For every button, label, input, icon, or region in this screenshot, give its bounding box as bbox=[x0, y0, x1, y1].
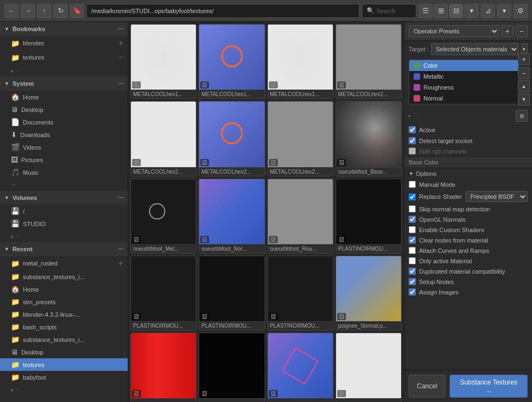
file-item[interactable]: 🖼... bbox=[130, 333, 196, 402]
metal-rusted-expand[interactable]: + bbox=[118, 258, 123, 268]
back-button[interactable]: ← bbox=[4, 4, 19, 18]
view-grid-button[interactable]: ⊞ bbox=[434, 4, 448, 18]
volumes-section-header[interactable]: ▼ Volumes ··· bbox=[0, 191, 128, 205]
file-item[interactable]: 🖼METALCOOLhex2... bbox=[130, 101, 196, 176]
enable-custom-checkbox[interactable] bbox=[409, 226, 416, 233]
sidebar-item-videos[interactable]: 🎬 Videos bbox=[0, 141, 128, 153]
blendes-add-icon[interactable]: + bbox=[118, 38, 123, 48]
file-item[interactable]: 🖼oueurbbfoot_Rou... bbox=[267, 179, 333, 253]
channel-color[interactable]: Color bbox=[409, 60, 518, 71]
view-menu-button[interactable]: ▾ bbox=[464, 4, 479, 18]
file-item[interactable]: 🖼METALCOOLhex1... bbox=[199, 24, 265, 99]
sidebar-item-blender[interactable]: 📁 blender-4.3.2-linux-... bbox=[0, 308, 128, 321]
bookmark-button[interactable]: 🔖 bbox=[70, 4, 84, 18]
path-bar[interactable]: /media/kosmin/STUDI...ops/babyfoot/textu… bbox=[86, 4, 360, 18]
detect-target-checkbox[interactable] bbox=[409, 137, 416, 144]
skip-normal-checkbox[interactable] bbox=[409, 205, 416, 212]
file-item[interactable]: 🖼... bbox=[199, 333, 265, 402]
target-select[interactable]: Selected Objects materials bbox=[431, 43, 519, 55]
recent-section-header[interactable]: ▼ Recent ··· bbox=[0, 242, 128, 256]
sidebar-item-music[interactable]: 🎵 Music bbox=[0, 166, 128, 179]
sidebar-item-home[interactable]: 🏠 Home bbox=[0, 91, 128, 103]
sidebar-item-downloads[interactable]: ⬇ Downloads bbox=[0, 128, 128, 141]
file-item[interactable]: 🖼METALCOOLhex2... bbox=[336, 24, 402, 99]
preset-menu-button[interactable]: − bbox=[516, 25, 528, 37]
recent-expand[interactable]: ▸ ··· bbox=[0, 383, 128, 395]
file-item[interactable]: 🖼PLASTINOIRMOU... bbox=[267, 256, 333, 330]
file-item[interactable]: 🖼METALCOOLhex1... bbox=[130, 24, 196, 99]
forward-button[interactable]: → bbox=[21, 4, 35, 18]
channel-normal[interactable]: Normal bbox=[409, 93, 518, 104]
duplicated-compat-checkbox[interactable] bbox=[409, 268, 416, 275]
sidebar-item-textures[interactable]: 📁 textures − bbox=[0, 50, 128, 64]
sidebar-item-documents[interactable]: 📄 Documents bbox=[0, 116, 128, 128]
view-large-button[interactable]: ⊟ bbox=[449, 4, 463, 18]
filter-button[interactable]: ⊿ bbox=[481, 4, 495, 18]
sidebar-item-textures2[interactable]: 📁 textures bbox=[0, 358, 128, 371]
channel-roughness[interactable]: Roughness bbox=[409, 82, 518, 93]
view-list-button[interactable]: ☰ bbox=[419, 4, 433, 18]
channel-up-button[interactable]: ▲ bbox=[518, 80, 530, 92]
preset-add-button[interactable]: + bbox=[501, 25, 513, 37]
file-item[interactable]: 🖼poignee_Normal.p... bbox=[336, 256, 402, 330]
setup-nodes-checkbox[interactable] bbox=[409, 278, 416, 285]
options-header[interactable]: ▼ Options bbox=[409, 168, 528, 179]
replace-shader-checkbox[interactable] bbox=[409, 193, 416, 200]
operator-presets-select[interactable]: Operator Presets bbox=[409, 25, 499, 37]
active-checkbox[interactable] bbox=[409, 126, 416, 133]
shader-select[interactable]: Principled BSDF bbox=[465, 191, 528, 202]
bookmarks-dots2: ··· bbox=[16, 66, 20, 75]
settings-button[interactable]: ⚙ bbox=[513, 4, 528, 18]
file-item[interactable]: 🖼METALCOOLhex2... bbox=[199, 101, 265, 176]
substance-textures-button[interactable]: Substance Textures ... bbox=[450, 375, 528, 398]
file-item[interactable]: 🖼oueurbbfoot_Base... bbox=[336, 101, 402, 176]
file-item[interactable]: 🖼... bbox=[336, 333, 402, 402]
sidebar-item-studio[interactable]: 💾 STUDIO bbox=[0, 217, 128, 230]
sidebar-item-desktop[interactable]: 🖥 Desktop bbox=[0, 103, 128, 116]
sidebar-item-stm[interactable]: 📁 stm_presets bbox=[0, 295, 128, 308]
search-box[interactable]: 🔍 Search bbox=[362, 4, 416, 18]
split-rgb-checkbox[interactable] bbox=[409, 147, 416, 155]
assign-images-checkbox[interactable] bbox=[409, 288, 416, 295]
channel-add-button[interactable]: + bbox=[518, 53, 530, 65]
sidebar-item-metal-rusted[interactable]: 📁 metal_rusted + bbox=[0, 256, 128, 270]
sidebar-item-pictures[interactable]: 🖼 Pictures bbox=[0, 153, 128, 166]
file-item[interactable]: 🖼METALCOOLhex2... bbox=[267, 101, 333, 176]
refresh-button[interactable]: ↻ bbox=[53, 4, 68, 18]
file-item[interactable]: 🖼METALCOOLhex1... bbox=[267, 24, 333, 99]
sidebar-item-blendes[interactable]: 📁 blendes + bbox=[0, 36, 128, 50]
sidebar-item-substance1[interactable]: 📁 substance_textures_i... bbox=[0, 270, 128, 283]
file-item[interactable]: 🖼PLASTINOIRMOU... bbox=[130, 256, 196, 330]
manual-mode-checkbox[interactable] bbox=[409, 181, 416, 188]
sidebar-item-substance2[interactable]: 📁 substance_textures_i... bbox=[0, 333, 128, 346]
system-section-header[interactable]: ▼ System ··· bbox=[0, 76, 128, 91]
file-item[interactable]: 🖼PLASTINOIRMOU... bbox=[199, 256, 265, 330]
channel-down-button[interactable]: ▼ bbox=[518, 93, 530, 105]
volumes-expand[interactable]: ▸ ··· bbox=[0, 230, 128, 242]
sidebar-item-root[interactable]: 💾 / bbox=[0, 205, 128, 217]
sidebar-item-desktop2[interactable]: 🖥 Desktop bbox=[0, 346, 128, 358]
cancel-button[interactable]: Cancel bbox=[409, 375, 445, 398]
textures-minus-icon[interactable]: − bbox=[118, 52, 123, 62]
attach-curves-checkbox[interactable] bbox=[409, 247, 416, 254]
system-expand[interactable]: ··· bbox=[0, 179, 128, 191]
file-item[interactable]: 🖼oueurbbfoot_Nor... bbox=[199, 179, 265, 253]
clear-nodes-checkbox[interactable] bbox=[409, 237, 416, 244]
file-item[interactable]: 🖼oueurbbfoot_Met... bbox=[130, 179, 196, 253]
only-active-checkbox[interactable] bbox=[409, 257, 416, 264]
bookmarks-section-header[interactable]: ▼ Bookmarks ··· bbox=[0, 22, 128, 36]
sidebar-item-bash[interactable]: 📁 bash_scripts bbox=[0, 321, 128, 333]
filter2-button[interactable]: ▾ bbox=[497, 4, 511, 18]
opengl-normals-checkbox[interactable] bbox=[409, 216, 416, 223]
parent-dir-button[interactable]: ↑ bbox=[37, 4, 51, 18]
bottom-buttons: Cancel Substance Textures ... bbox=[404, 370, 532, 402]
file-item[interactable]: 🖼... bbox=[267, 333, 333, 402]
sidebar-item-home2[interactable]: 🏠 Home bbox=[0, 283, 128, 295]
file-thumbnail: 🖼 bbox=[336, 333, 401, 398]
channel-settings-button[interactable]: ⚙ bbox=[516, 110, 528, 122]
bookmarks-expand[interactable]: ▸ ··· bbox=[0, 64, 128, 76]
channel-metallic[interactable]: Metallic bbox=[409, 71, 518, 82]
file-item[interactable]: 🖼PLASTINOIRMOU... bbox=[336, 179, 402, 253]
channel-remove-button[interactable]: − bbox=[518, 67, 530, 79]
sidebar-item-babyfoot[interactable]: 📁 babyfoot bbox=[0, 371, 128, 383]
